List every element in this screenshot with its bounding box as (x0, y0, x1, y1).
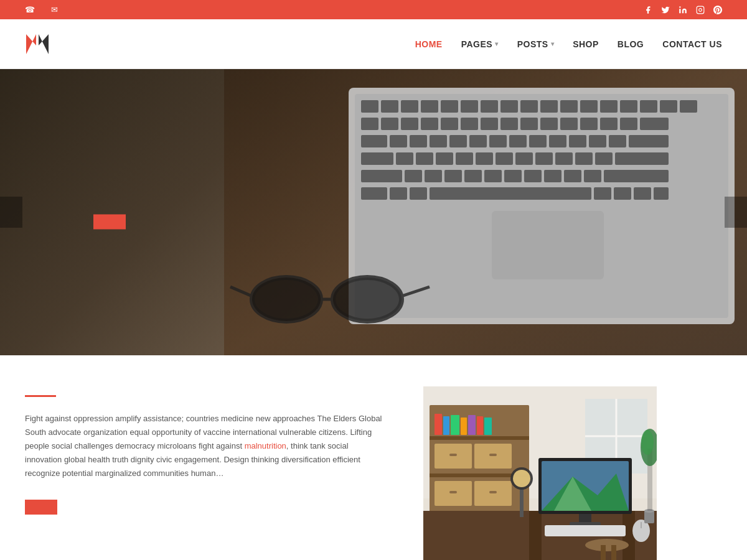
svg-rect-89 (654, 187, 669, 200)
pinterest-icon[interactable] (713, 6, 722, 14)
svg-rect-34 (481, 118, 498, 130)
nav-contact[interactable]: CONTACT US (662, 39, 722, 49)
svg-point-136 (513, 470, 530, 487)
about-text-block: Fight against oppression amplify assista… (25, 386, 386, 515)
svg-rect-53 (569, 135, 586, 147)
svg-rect-74 (464, 170, 482, 182)
svg-rect-65 (535, 152, 553, 165)
header: HOME PAGES ▾ POSTS ▾ SHOP BLOG CONTACT U… (0, 19, 747, 69)
svg-rect-15 (441, 100, 458, 113)
svg-rect-35 (500, 118, 518, 130)
svg-rect-37 (540, 118, 558, 130)
facebook-icon[interactable] (644, 6, 652, 14)
svg-rect-84 (410, 187, 427, 200)
twitter-icon[interactable] (661, 6, 670, 14)
svg-rect-82 (361, 187, 387, 200)
linkedin-icon[interactable] (679, 6, 687, 14)
svg-rect-57 (361, 152, 393, 165)
svg-rect-112 (477, 416, 483, 435)
svg-rect-12 (381, 100, 398, 113)
svg-rect-76 (504, 170, 522, 182)
svg-rect-66 (555, 152, 573, 165)
email-icon: ✉ (51, 5, 58, 14)
logo[interactable] (25, 33, 55, 55)
svg-rect-42 (640, 118, 669, 130)
svg-rect-36 (520, 118, 538, 130)
svg-rect-104 (430, 436, 529, 440)
svg-rect-119 (489, 454, 497, 456)
svg-rect-16 (461, 100, 478, 113)
svg-rect-59 (416, 152, 433, 165)
svg-rect-32 (441, 118, 458, 130)
malnutrition-link[interactable]: malnutrition (245, 441, 286, 450)
svg-point-139 (585, 539, 629, 551)
nav-shop[interactable]: SHOP (573, 39, 599, 49)
svg-rect-19 (520, 100, 538, 113)
nav-pages[interactable]: PAGES ▾ (461, 39, 499, 49)
svg-rect-72 (425, 170, 442, 182)
svg-rect-109 (451, 415, 459, 435)
svg-marker-5 (39, 34, 49, 54)
svg-rect-111 (468, 415, 476, 435)
svg-rect-49 (489, 135, 507, 147)
svg-rect-47 (449, 135, 467, 147)
svg-rect-52 (549, 135, 566, 147)
phone-info: ☎ (25, 5, 39, 14)
nav-home[interactable]: HOME (415, 39, 443, 49)
svg-rect-120 (449, 491, 457, 493)
svg-rect-27 (680, 100, 697, 113)
hero-content (93, 195, 126, 230)
top-bar-left: ☎ ✉ (25, 5, 62, 14)
svg-rect-54 (589, 135, 606, 147)
svg-rect-85 (430, 187, 591, 200)
svg-rect-141 (611, 545, 616, 560)
hero-slider (0, 69, 747, 355)
svg-rect-14 (421, 100, 438, 113)
svg-rect-48 (469, 135, 487, 147)
svg-rect-50 (509, 135, 527, 147)
posts-arrow: ▾ (551, 40, 555, 47)
about-image (423, 386, 657, 560)
svg-rect-68 (595, 152, 613, 165)
svg-rect-31 (421, 118, 438, 130)
slider-next-button[interactable] (725, 197, 747, 228)
svg-rect-45 (410, 135, 427, 147)
svg-rect-38 (560, 118, 578, 130)
email-info: ✉ (51, 5, 62, 14)
phone-icon: ☎ (25, 5, 35, 14)
svg-rect-129 (579, 514, 591, 523)
instagram-icon[interactable] (696, 6, 705, 14)
svg-rect-71 (405, 170, 422, 182)
svg-rect-51 (529, 135, 547, 147)
svg-rect-78 (544, 170, 561, 182)
svg-rect-39 (580, 118, 598, 130)
svg-rect-25 (640, 100, 657, 113)
svg-rect-60 (436, 152, 453, 165)
svg-rect-107 (435, 414, 442, 435)
svg-rect-18 (500, 100, 518, 113)
about-read-more-button[interactable] (25, 500, 57, 515)
svg-rect-2 (697, 6, 704, 14)
svg-rect-113 (484, 418, 492, 435)
svg-rect-75 (484, 170, 502, 182)
top-bar: ☎ ✉ (0, 0, 747, 19)
svg-rect-22 (580, 100, 598, 113)
svg-rect-108 (443, 416, 449, 435)
svg-rect-0 (679, 9, 680, 13)
svg-rect-70 (361, 170, 402, 182)
svg-rect-90 (492, 211, 604, 279)
svg-rect-67 (575, 152, 593, 165)
slider-prev-button[interactable] (0, 197, 22, 228)
svg-rect-24 (620, 100, 637, 113)
about-section: Fight against oppression amplify assista… (0, 355, 747, 560)
nav-posts[interactable]: POSTS ▾ (517, 39, 554, 49)
svg-rect-123 (529, 511, 542, 560)
svg-rect-80 (584, 170, 601, 182)
hero-laptop-image (224, 69, 747, 355)
svg-point-1 (679, 6, 680, 7)
nav-blog[interactable]: BLOG (618, 39, 644, 49)
svg-rect-29 (381, 118, 398, 130)
svg-rect-73 (444, 170, 462, 182)
svg-rect-88 (634, 187, 651, 200)
hero-cta-button[interactable] (93, 215, 126, 230)
